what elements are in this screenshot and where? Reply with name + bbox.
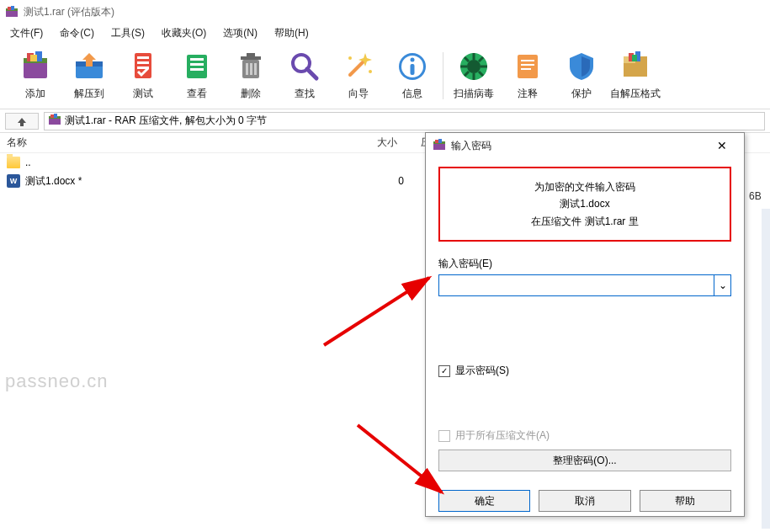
file-size: 0 bbox=[353, 175, 404, 187]
toolbar-info[interactable]: 信息 bbox=[385, 45, 439, 106]
path-row: 测试1.rar - RAR 压缩文件, 解包大小为 0 字节 bbox=[0, 109, 770, 133]
column-name[interactable]: 名称 bbox=[0, 136, 353, 150]
show-password-row[interactable]: ✓ 显示密码(S) bbox=[438, 364, 731, 378]
svg-rect-22 bbox=[246, 63, 248, 75]
manage-passwords-button[interactable]: 整理密码(O)... bbox=[438, 450, 731, 471]
all-archives-row: 用于所有压缩文件(A) bbox=[438, 428, 731, 443]
path-box[interactable]: 测试1.rar - RAR 压缩文件, 解包大小为 0 字节 bbox=[44, 112, 765, 130]
all-archives-label: 用于所有压缩文件(A) bbox=[455, 428, 550, 443]
svg-rect-57 bbox=[435, 140, 438, 143]
up-label: .. bbox=[25, 157, 31, 168]
toolbar-test[interactable]: 测试 bbox=[116, 45, 170, 106]
wizard-icon bbox=[342, 50, 375, 83]
show-password-label: 显示密码(S) bbox=[455, 364, 509, 378]
toolbar-protect[interactable]: 保护 bbox=[555, 45, 608, 106]
toolbar-sfx[interactable]: 自解压格式 bbox=[608, 45, 662, 106]
msg-line1: 为加密的文件输入密码 bbox=[449, 178, 721, 195]
svg-point-32 bbox=[411, 58, 415, 62]
svg-rect-17 bbox=[190, 63, 204, 66]
window-titlebar: 测试1.rar (评估版本) bbox=[0, 0, 770, 24]
menu-options[interactable]: 选项(N) bbox=[216, 24, 264, 42]
svg-point-28 bbox=[348, 56, 352, 60]
toolbar-comment[interactable]: 注释 bbox=[501, 45, 555, 106]
right-column-hint: 6B bbox=[749, 187, 770, 205]
delete-icon bbox=[234, 50, 268, 83]
svg-rect-54 bbox=[54, 114, 57, 118]
folder-icon bbox=[7, 157, 20, 168]
toolbar-find[interactable]: 查找 bbox=[278, 45, 332, 106]
svg-rect-58 bbox=[438, 139, 442, 143]
toolbar-separator bbox=[443, 52, 443, 99]
cancel-button[interactable]: 取消 bbox=[539, 490, 630, 512]
svg-rect-16 bbox=[190, 58, 204, 61]
archive-small-icon bbox=[48, 113, 61, 129]
password-input[interactable] bbox=[438, 274, 714, 296]
right-shade bbox=[762, 209, 770, 529]
watermark: passneo.cn bbox=[5, 370, 109, 392]
svg-rect-8 bbox=[30, 55, 37, 61]
msg-line2: 测试1.docx bbox=[449, 195, 721, 212]
svg-rect-12 bbox=[137, 56, 149, 59]
dialog-button-row: 确定 取消 帮助 bbox=[426, 480, 744, 522]
extract-icon bbox=[72, 50, 106, 83]
all-archives-checkbox bbox=[438, 430, 450, 442]
menu-favorites[interactable]: 收藏夹(O) bbox=[155, 24, 213, 42]
toolbar-view[interactable]: 查看 bbox=[170, 45, 224, 106]
svg-point-35 bbox=[467, 60, 481, 73]
msg-line3: 在压缩文件 测试1.rar 里 bbox=[449, 213, 721, 230]
menu-command[interactable]: 命令(C) bbox=[53, 24, 101, 42]
docx-icon bbox=[7, 174, 20, 188]
help-button[interactable]: 帮助 bbox=[640, 490, 731, 512]
info-icon bbox=[396, 50, 429, 83]
password-field-label: 输入密码(E) bbox=[438, 257, 731, 271]
menu-help[interactable]: 帮助(H) bbox=[268, 24, 316, 42]
menu-file[interactable]: 文件(F) bbox=[3, 24, 50, 42]
dialog-title: 输入密码 bbox=[451, 139, 491, 153]
test-icon bbox=[126, 50, 160, 83]
svg-rect-23 bbox=[250, 63, 252, 75]
svg-rect-53 bbox=[50, 114, 54, 118]
app-icon bbox=[5, 5, 19, 19]
svg-rect-20 bbox=[241, 56, 261, 60]
menu-tools[interactable]: 工具(S) bbox=[104, 24, 151, 42]
dialog-close-button[interactable]: ✕ bbox=[707, 135, 737, 157]
ok-button[interactable]: 确定 bbox=[438, 490, 530, 512]
svg-rect-2 bbox=[8, 7, 11, 10]
password-input-wrap: ⌄ bbox=[438, 274, 731, 296]
protect-icon bbox=[565, 50, 598, 83]
path-text: 测试1.rar - RAR 压缩文件, 解包大小为 0 字节 bbox=[65, 114, 267, 128]
svg-point-29 bbox=[369, 70, 372, 73]
toolbar-add[interactable]: 添加 bbox=[8, 45, 62, 106]
up-button[interactable] bbox=[5, 113, 39, 130]
svg-rect-33 bbox=[411, 64, 415, 75]
toolbar-scan[interactable]: 扫描病毒 bbox=[447, 45, 501, 106]
svg-line-59 bbox=[324, 278, 429, 345]
sfx-icon bbox=[619, 50, 652, 83]
svg-rect-18 bbox=[190, 68, 204, 71]
toolbar-delete[interactable]: 删除 bbox=[224, 45, 278, 106]
svg-rect-13 bbox=[137, 61, 149, 64]
svg-rect-3 bbox=[11, 6, 14, 10]
svg-rect-45 bbox=[521, 60, 534, 61]
find-icon bbox=[288, 50, 321, 83]
toolbar-extract[interactable]: 解压到 bbox=[62, 45, 116, 106]
file-name: 测试1.docx * bbox=[25, 174, 82, 189]
menu-bar: 文件(F) 命令(C) 工具(S) 收藏夹(O) 选项(N) 帮助(H) bbox=[0, 24, 770, 42]
dialog-titlebar[interactable]: 输入密码 ✕ bbox=[426, 133, 744, 158]
up-arrow-icon bbox=[16, 116, 28, 126]
dialog-message-box: 为加密的文件输入密码 测试1.docx 在压缩文件 测试1.rar 里 bbox=[438, 167, 731, 242]
column-size[interactable]: 大小 bbox=[353, 136, 404, 150]
svg-line-27 bbox=[350, 60, 365, 75]
svg-rect-46 bbox=[521, 64, 534, 66]
toolbar-wizard[interactable]: 向导 bbox=[332, 45, 385, 106]
dialog-body: 为加密的文件输入密码 测试1.docx 在压缩文件 测试1.rar 里 输入密码… bbox=[426, 158, 744, 480]
window-title: 测试1.rar (评估版本) bbox=[24, 5, 114, 19]
virus-scan-icon bbox=[457, 50, 491, 83]
svg-rect-47 bbox=[521, 68, 531, 70]
close-icon: ✕ bbox=[717, 139, 727, 152]
show-password-checkbox[interactable]: ✓ bbox=[438, 365, 450, 377]
archive-add-icon bbox=[19, 50, 52, 83]
svg-rect-44 bbox=[518, 55, 538, 78]
archive-small-icon bbox=[433, 138, 446, 154]
password-dropdown[interactable]: ⌄ bbox=[714, 274, 731, 296]
